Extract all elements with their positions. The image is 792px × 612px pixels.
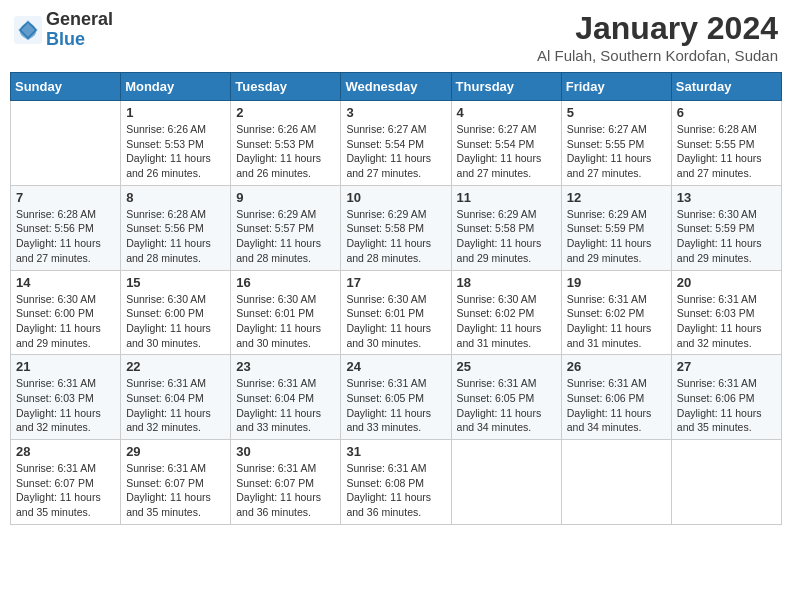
day-number: 13 <box>677 190 776 205</box>
day-info: Sunrise: 6:26 AMSunset: 5:53 PMDaylight:… <box>126 122 225 181</box>
day-info: Sunrise: 6:29 AMSunset: 5:58 PMDaylight:… <box>346 207 445 266</box>
calendar-cell: 2Sunrise: 6:26 AMSunset: 5:53 PMDaylight… <box>231 101 341 186</box>
day-info: Sunrise: 6:31 AMSunset: 6:07 PMDaylight:… <box>126 461 225 520</box>
day-info: Sunrise: 6:26 AMSunset: 5:53 PMDaylight:… <box>236 122 335 181</box>
calendar-cell: 9Sunrise: 6:29 AMSunset: 5:57 PMDaylight… <box>231 185 341 270</box>
day-info: Sunrise: 6:31 AMSunset: 6:03 PMDaylight:… <box>677 292 776 351</box>
calendar-cell <box>671 440 781 525</box>
page-header: General Blue January 2024 Al Fulah, Sout… <box>10 10 782 64</box>
calendar-cell: 22Sunrise: 6:31 AMSunset: 6:04 PMDayligh… <box>121 355 231 440</box>
day-number: 10 <box>346 190 445 205</box>
day-header-saturday: Saturday <box>671 73 781 101</box>
calendar-cell: 29Sunrise: 6:31 AMSunset: 6:07 PMDayligh… <box>121 440 231 525</box>
day-info: Sunrise: 6:29 AMSunset: 5:59 PMDaylight:… <box>567 207 666 266</box>
day-header-sunday: Sunday <box>11 73 121 101</box>
day-number: 31 <box>346 444 445 459</box>
day-number: 2 <box>236 105 335 120</box>
calendar-header-row: SundayMondayTuesdayWednesdayThursdayFrid… <box>11 73 782 101</box>
day-info: Sunrise: 6:30 AMSunset: 5:59 PMDaylight:… <box>677 207 776 266</box>
calendar-cell: 20Sunrise: 6:31 AMSunset: 6:03 PMDayligh… <box>671 270 781 355</box>
day-info: Sunrise: 6:30 AMSunset: 6:02 PMDaylight:… <box>457 292 556 351</box>
calendar-cell: 8Sunrise: 6:28 AMSunset: 5:56 PMDaylight… <box>121 185 231 270</box>
calendar-cell: 13Sunrise: 6:30 AMSunset: 5:59 PMDayligh… <box>671 185 781 270</box>
day-number: 18 <box>457 275 556 290</box>
day-info: Sunrise: 6:28 AMSunset: 5:56 PMDaylight:… <box>126 207 225 266</box>
day-info: Sunrise: 6:31 AMSunset: 6:03 PMDaylight:… <box>16 376 115 435</box>
calendar-cell: 17Sunrise: 6:30 AMSunset: 6:01 PMDayligh… <box>341 270 451 355</box>
day-number: 28 <box>16 444 115 459</box>
day-info: Sunrise: 6:27 AMSunset: 5:54 PMDaylight:… <box>457 122 556 181</box>
day-header-friday: Friday <box>561 73 671 101</box>
day-info: Sunrise: 6:30 AMSunset: 6:01 PMDaylight:… <box>236 292 335 351</box>
logo-general: General <box>46 10 113 30</box>
day-number: 8 <box>126 190 225 205</box>
calendar-week-row: 1Sunrise: 6:26 AMSunset: 5:53 PMDaylight… <box>11 101 782 186</box>
logo: General Blue <box>14 10 113 50</box>
calendar-cell: 19Sunrise: 6:31 AMSunset: 6:02 PMDayligh… <box>561 270 671 355</box>
calendar-cell: 4Sunrise: 6:27 AMSunset: 5:54 PMDaylight… <box>451 101 561 186</box>
day-info: Sunrise: 6:30 AMSunset: 6:00 PMDaylight:… <box>126 292 225 351</box>
calendar-cell: 7Sunrise: 6:28 AMSunset: 5:56 PMDaylight… <box>11 185 121 270</box>
day-info: Sunrise: 6:31 AMSunset: 6:07 PMDaylight:… <box>16 461 115 520</box>
day-number: 1 <box>126 105 225 120</box>
day-number: 29 <box>126 444 225 459</box>
day-info: Sunrise: 6:28 AMSunset: 5:55 PMDaylight:… <box>677 122 776 181</box>
day-info: Sunrise: 6:31 AMSunset: 6:02 PMDaylight:… <box>567 292 666 351</box>
day-number: 15 <box>126 275 225 290</box>
day-number: 17 <box>346 275 445 290</box>
day-number: 7 <box>16 190 115 205</box>
calendar-cell: 1Sunrise: 6:26 AMSunset: 5:53 PMDaylight… <box>121 101 231 186</box>
day-number: 12 <box>567 190 666 205</box>
logo-blue: Blue <box>46 30 113 50</box>
calendar-cell: 30Sunrise: 6:31 AMSunset: 6:07 PMDayligh… <box>231 440 341 525</box>
logo-text: General Blue <box>46 10 113 50</box>
day-number: 6 <box>677 105 776 120</box>
day-info: Sunrise: 6:31 AMSunset: 6:05 PMDaylight:… <box>457 376 556 435</box>
calendar-cell: 16Sunrise: 6:30 AMSunset: 6:01 PMDayligh… <box>231 270 341 355</box>
day-number: 11 <box>457 190 556 205</box>
day-number: 9 <box>236 190 335 205</box>
day-info: Sunrise: 6:31 AMSunset: 6:06 PMDaylight:… <box>567 376 666 435</box>
calendar-cell: 3Sunrise: 6:27 AMSunset: 5:54 PMDaylight… <box>341 101 451 186</box>
calendar-cell: 26Sunrise: 6:31 AMSunset: 6:06 PMDayligh… <box>561 355 671 440</box>
calendar-cell: 10Sunrise: 6:29 AMSunset: 5:58 PMDayligh… <box>341 185 451 270</box>
calendar-week-row: 21Sunrise: 6:31 AMSunset: 6:03 PMDayligh… <box>11 355 782 440</box>
day-number: 30 <box>236 444 335 459</box>
day-info: Sunrise: 6:31 AMSunset: 6:06 PMDaylight:… <box>677 376 776 435</box>
day-info: Sunrise: 6:27 AMSunset: 5:55 PMDaylight:… <box>567 122 666 181</box>
day-info: Sunrise: 6:31 AMSunset: 6:07 PMDaylight:… <box>236 461 335 520</box>
day-number: 23 <box>236 359 335 374</box>
calendar-cell: 5Sunrise: 6:27 AMSunset: 5:55 PMDaylight… <box>561 101 671 186</box>
calendar-cell: 12Sunrise: 6:29 AMSunset: 5:59 PMDayligh… <box>561 185 671 270</box>
day-info: Sunrise: 6:29 AMSunset: 5:58 PMDaylight:… <box>457 207 556 266</box>
calendar-cell <box>11 101 121 186</box>
day-number: 24 <box>346 359 445 374</box>
location-subtitle: Al Fulah, Southern Kordofan, Sudan <box>537 47 778 64</box>
calendar-cell: 28Sunrise: 6:31 AMSunset: 6:07 PMDayligh… <box>11 440 121 525</box>
day-info: Sunrise: 6:30 AMSunset: 6:00 PMDaylight:… <box>16 292 115 351</box>
day-info: Sunrise: 6:29 AMSunset: 5:57 PMDaylight:… <box>236 207 335 266</box>
calendar-cell: 15Sunrise: 6:30 AMSunset: 6:00 PMDayligh… <box>121 270 231 355</box>
day-header-thursday: Thursday <box>451 73 561 101</box>
calendar-cell: 6Sunrise: 6:28 AMSunset: 5:55 PMDaylight… <box>671 101 781 186</box>
calendar-cell: 23Sunrise: 6:31 AMSunset: 6:04 PMDayligh… <box>231 355 341 440</box>
calendar-table: SundayMondayTuesdayWednesdayThursdayFrid… <box>10 72 782 525</box>
calendar-cell: 21Sunrise: 6:31 AMSunset: 6:03 PMDayligh… <box>11 355 121 440</box>
day-info: Sunrise: 6:30 AMSunset: 6:01 PMDaylight:… <box>346 292 445 351</box>
day-info: Sunrise: 6:31 AMSunset: 6:08 PMDaylight:… <box>346 461 445 520</box>
day-number: 19 <box>567 275 666 290</box>
calendar-cell: 27Sunrise: 6:31 AMSunset: 6:06 PMDayligh… <box>671 355 781 440</box>
day-info: Sunrise: 6:27 AMSunset: 5:54 PMDaylight:… <box>346 122 445 181</box>
calendar-cell <box>561 440 671 525</box>
day-number: 27 <box>677 359 776 374</box>
day-number: 3 <box>346 105 445 120</box>
day-header-monday: Monday <box>121 73 231 101</box>
day-number: 5 <box>567 105 666 120</box>
calendar-cell: 24Sunrise: 6:31 AMSunset: 6:05 PMDayligh… <box>341 355 451 440</box>
calendar-cell: 11Sunrise: 6:29 AMSunset: 5:58 PMDayligh… <box>451 185 561 270</box>
month-year-title: January 2024 <box>537 10 778 47</box>
day-number: 4 <box>457 105 556 120</box>
day-number: 14 <box>16 275 115 290</box>
calendar-week-row: 28Sunrise: 6:31 AMSunset: 6:07 PMDayligh… <box>11 440 782 525</box>
calendar-week-row: 7Sunrise: 6:28 AMSunset: 5:56 PMDaylight… <box>11 185 782 270</box>
